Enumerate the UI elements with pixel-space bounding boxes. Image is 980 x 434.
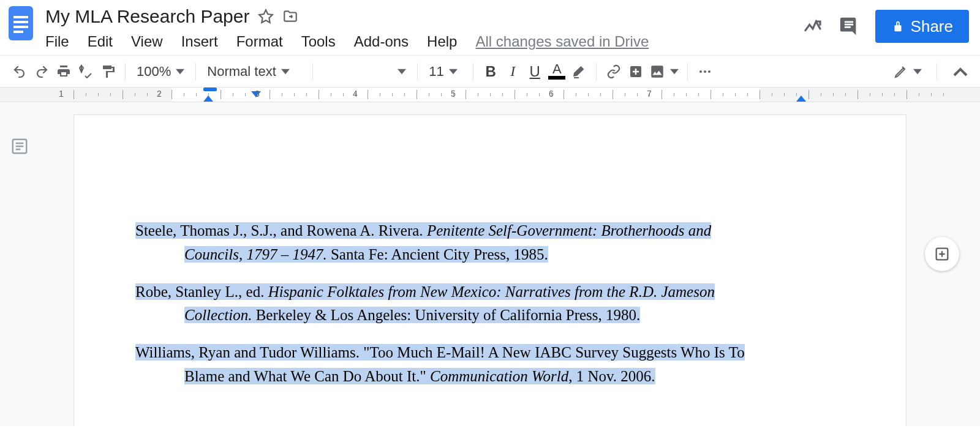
- spellcheck-button[interactable]: [75, 61, 97, 83]
- document-content[interactable]: Steele, Thomas J., S.J., and Rowena A. R…: [74, 115, 906, 426]
- menu-view[interactable]: View: [131, 31, 173, 55]
- collapse-toolbar-button[interactable]: [949, 61, 971, 83]
- zoom-value: 100%: [137, 64, 171, 80]
- ruler-number: 2: [157, 89, 162, 99]
- citation-entry[interactable]: Williams, Ryan and Tudor Williams. "Too …: [135, 341, 845, 389]
- ruler-number: 7: [647, 89, 652, 99]
- comments-icon[interactable]: [839, 16, 859, 37]
- text-color-button[interactable]: A: [546, 61, 568, 83]
- ruler-number: 4: [353, 89, 358, 99]
- print-button[interactable]: [53, 61, 75, 83]
- highlight-color-button[interactable]: [568, 61, 590, 83]
- caret-down-icon: [176, 64, 184, 80]
- paragraph-style-dropdown[interactable]: Normal text: [202, 61, 306, 83]
- svg-point-8: [708, 70, 710, 73]
- ruler-number: 1: [59, 89, 64, 99]
- menu-edit[interactable]: Edit: [88, 31, 123, 55]
- insert-image-button[interactable]: [647, 61, 681, 83]
- save-status: All changes saved in Drive: [475, 31, 649, 55]
- activity-icon[interactable]: [803, 17, 823, 36]
- svg-rect-3: [13, 26, 28, 28]
- citation-entry[interactable]: Steele, Thomas J., S.J., and Rowena A. R…: [135, 219, 845, 267]
- document-outline-button[interactable]: [9, 135, 31, 157]
- undo-button[interactable]: [9, 61, 31, 83]
- document-title[interactable]: My MLA Research Paper: [45, 5, 249, 28]
- caret-down-icon: [670, 64, 679, 80]
- svg-point-7: [704, 70, 706, 73]
- menu-addons[interactable]: Add-ons: [354, 31, 418, 55]
- menu-tools[interactable]: Tools: [301, 31, 345, 55]
- share-button[interactable]: Share: [875, 10, 969, 43]
- paint-format-button[interactable]: [97, 61, 119, 83]
- font-size-value: 11: [429, 64, 443, 80]
- menu-insert[interactable]: Insert: [181, 31, 228, 55]
- font-size-dropdown[interactable]: 11: [424, 61, 467, 83]
- star-icon[interactable]: [258, 9, 274, 24]
- underline-button[interactable]: U: [524, 61, 546, 83]
- ruler-number: 3: [255, 89, 260, 99]
- share-button-label: Share: [911, 17, 953, 36]
- explore-button[interactable]: [925, 237, 959, 271]
- menubar: File Edit View Insert Format Tools Add-o…: [45, 31, 803, 55]
- ruler-number: 6: [549, 89, 554, 99]
- move-folder-icon[interactable]: [282, 9, 298, 24]
- redo-button[interactable]: [31, 61, 53, 83]
- caret-down-icon: [449, 64, 458, 80]
- horizontal-ruler[interactable]: 1234567: [0, 88, 980, 102]
- menu-format[interactable]: Format: [236, 31, 293, 55]
- insert-comment-button[interactable]: [625, 61, 647, 83]
- bold-button[interactable]: B: [480, 61, 502, 83]
- document-page[interactable]: Steele, Thomas J., S.J., and Rowena A. R…: [74, 114, 907, 426]
- ruler-number: 5: [451, 89, 456, 99]
- svg-point-6: [699, 70, 702, 73]
- caret-down-icon: [398, 64, 406, 80]
- menu-help[interactable]: Help: [427, 31, 467, 55]
- svg-rect-2: [13, 21, 28, 23]
- editing-mode-button[interactable]: [891, 61, 924, 83]
- toolbar: 100% Normal text 11 B I U A: [0, 56, 980, 88]
- caret-down-icon: [913, 64, 922, 80]
- docs-logo[interactable]: [7, 5, 34, 42]
- citation-entry[interactable]: Robe, Stanley L., ed. Hispanic Folktales…: [135, 280, 845, 328]
- more-tools-button[interactable]: [694, 61, 716, 83]
- insert-link-button[interactable]: [603, 61, 625, 83]
- paragraph-style-value: Normal text: [207, 64, 276, 80]
- svg-rect-1: [13, 16, 28, 18]
- caret-down-icon: [281, 64, 290, 80]
- italic-button[interactable]: I: [502, 61, 524, 83]
- font-dropdown[interactable]: [319, 61, 411, 83]
- svg-rect-4: [13, 31, 23, 33]
- menu-file[interactable]: File: [45, 31, 79, 55]
- zoom-dropdown[interactable]: 100%: [132, 61, 189, 83]
